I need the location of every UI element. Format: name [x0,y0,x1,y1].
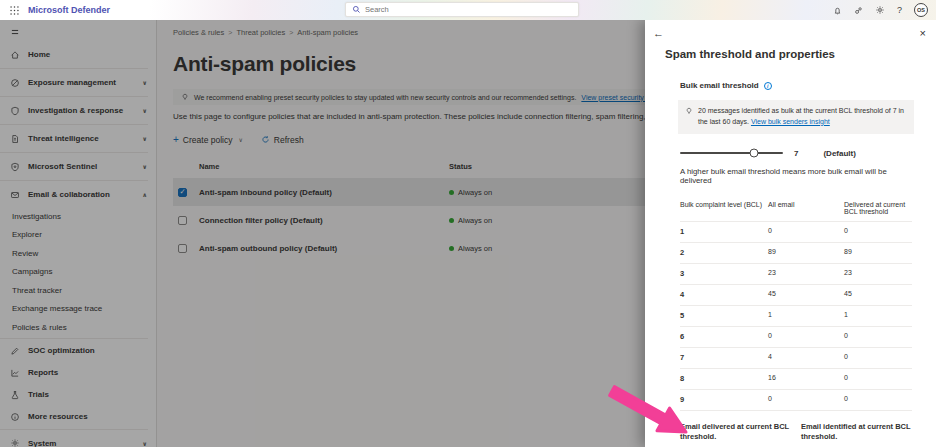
col-bcl: Bulk complaint level (BCL) [680,201,768,208]
search-icon [352,5,361,14]
bcl-level: 7 [680,353,768,362]
all-email-count: 1 [768,311,844,318]
stat-label: Email identified at current BCL threshol… [801,422,912,443]
bcl-row: 6 0 0 [680,327,912,348]
lightbulb-icon [685,107,693,128]
top-bar: Microsoft Defender [0,0,936,20]
delivered-count: 89 [844,248,912,255]
bcl-level: 3 [680,269,768,278]
link-icon[interactable] [854,6,863,15]
flyout-header: ← × [645,20,936,39]
slider-value: 7 [794,149,798,158]
help-icon[interactable]: ? [897,5,902,15]
bcl-row: 2 89 89 [680,243,912,264]
stat-label: Email delivered at current BCL threshold… [680,422,791,443]
brand-title: Microsoft Defender [28,5,110,15]
bcl-level: 5 [680,311,768,320]
slider-default-label: (Default) [823,149,855,158]
bcl-row: 9 0 0 [680,390,912,411]
threshold-caption: A higher bulk email threshold means more… [680,167,916,185]
delivered-count: 0 [844,353,912,360]
bcl-row: 4 45 45 [680,285,912,306]
flyout-title: Spam threshold and properties [645,39,936,60]
delivered-count: 0 [844,332,912,339]
view-bulk-senders-insight-link[interactable]: View bulk senders insight [751,118,830,125]
search-input[interactable] [365,5,572,14]
all-email-count: 16 [768,374,844,381]
bcl-row: 8 16 0 [680,369,912,390]
bcl-row: 7 4 0 [680,348,912,369]
bcl-table-header: Bulk complaint level (BCL) All email Del… [680,198,912,222]
bcl-level: 2 [680,248,768,257]
avatar[interactable]: OS [914,3,928,17]
threshold-slider-row: 7 (Default) [680,149,916,158]
all-email-count: 45 [768,290,844,297]
bcl-level: 1 [680,227,768,236]
global-search[interactable] [345,2,579,17]
bulk-insight-box: 20 messages identified as bulk at the cu… [678,100,914,134]
bcl-level: 6 [680,332,768,341]
bcl-level: 8 [680,374,768,383]
all-email-count: 0 [768,395,844,402]
delivered-count: 23 [844,269,912,276]
all-email-count: 0 [768,332,844,339]
all-email-count: 89 [768,248,844,255]
bcl-row: 3 23 23 [680,264,912,285]
delivered-count: 0 [844,374,912,381]
close-icon[interactable]: × [920,27,926,39]
stat-identified: Email identified at current BCL threshol… [801,422,912,447]
bulk-email-threshold-label: Bulk email threshold i [680,81,916,90]
bcl-row: 1 0 0 [680,222,912,243]
col-all-email: All email [768,201,844,208]
col-delivered: Delivered at current BCL threshold [844,201,912,215]
all-email-count: 4 [768,353,844,360]
settings-gear-icon[interactable] [875,5,885,15]
info-icon[interactable]: i [764,82,772,90]
all-email-count: 0 [768,227,844,234]
notifications-bell-icon[interactable] [833,6,842,15]
spam-threshold-flyout: ← × Spam threshold and properties Bulk e… [645,20,936,447]
threshold-stats: Email delivered at current BCL threshold… [680,422,912,447]
bcl-level: 4 [680,290,768,299]
bcl-table: Bulk complaint level (BCL) All email Del… [680,198,912,411]
stat-delivered: Email delivered at current BCL threshold… [680,422,791,447]
app-launcher-icon[interactable] [0,5,28,16]
delivered-count: 0 [844,395,912,402]
back-arrow-icon[interactable]: ← [653,27,664,39]
app-root: Microsoft Defender [0,0,936,447]
topbar-actions: ? OS [833,0,928,20]
insight-text: 20 messages identified as bulk at the cu… [698,106,906,128]
delivered-count: 1 [844,311,912,318]
bcl-row: 5 1 1 [680,306,912,327]
bcl-level: 9 [680,395,768,404]
section-label-text: Bulk email threshold [680,81,759,90]
bulk-threshold-slider[interactable] [680,152,783,154]
delivered-count: 0 [844,227,912,234]
modal-dim-overlay [0,20,646,447]
all-email-count: 23 [768,269,844,276]
slider-handle[interactable] [750,149,759,158]
delivered-count: 45 [844,290,912,297]
